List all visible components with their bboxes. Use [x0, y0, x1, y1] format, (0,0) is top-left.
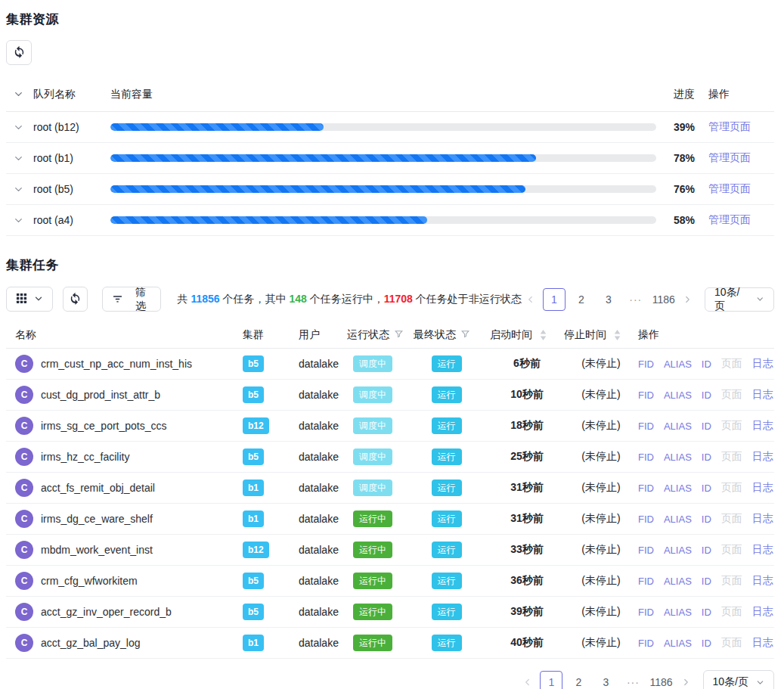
alias-link[interactable]: ALIAS [664, 483, 692, 494]
log-link[interactable]: 日志 [752, 636, 773, 650]
manage-page-link[interactable]: 管理页面 [708, 120, 751, 132]
fid-link[interactable]: FID [638, 545, 654, 556]
next-page-icon[interactable] [676, 672, 696, 689]
final-status-badge: 运行 [432, 604, 462, 620]
prev-page-icon[interactable] [522, 289, 541, 310]
avatar: C [15, 417, 33, 435]
cluster-badge: b1 [243, 511, 264, 527]
log-link[interactable]: 日志 [752, 419, 773, 433]
id-link[interactable]: ID [702, 514, 711, 525]
cluster-resources-title: 集群资源 [6, 11, 774, 28]
filter-funnel-icon[interactable] [394, 329, 404, 341]
column-action: 操作 [708, 88, 774, 101]
task-name: irms_dg_ce_ware_shelf [41, 513, 153, 525]
alias-link[interactable]: ALIAS [664, 607, 692, 618]
task-row: C acct_gz_inv_oper_record_b b5 datalake … [6, 597, 774, 628]
column-stop-time: 停止时间 [564, 328, 606, 342]
cluster-badge: b5 [243, 573, 264, 589]
id-link[interactable]: ID [702, 452, 711, 463]
log-link[interactable]: 日志 [752, 481, 773, 495]
id-link[interactable]: ID [702, 483, 711, 494]
page-number[interactable]: 2 [567, 671, 590, 689]
user-name: datalake [299, 606, 347, 618]
task-row: C acct_gz_bal_pay_log b1 datalake 运行中 运行… [6, 628, 774, 659]
page-size-select[interactable]: 10条/页 [703, 670, 774, 689]
fid-link[interactable]: FID [638, 576, 654, 587]
fid-link[interactable]: FID [638, 452, 654, 463]
resources-refresh-button[interactable] [6, 40, 32, 65]
id-link[interactable]: ID [702, 638, 711, 649]
page-link: 页面 [721, 574, 742, 588]
manage-page-link[interactable]: 管理页面 [708, 182, 751, 194]
id-link[interactable]: ID [702, 545, 711, 556]
page-number[interactable]: 1186 [652, 288, 676, 311]
next-page-icon[interactable] [678, 289, 697, 310]
view-mode-dropdown-button[interactable] [6, 287, 53, 312]
fid-link[interactable]: FID [638, 514, 654, 525]
queue-expand-chevron-icon[interactable] [6, 185, 33, 194]
task-name: crm_cust_np_acc_num_inst_his [41, 358, 192, 370]
page-number[interactable]: 2 [570, 288, 593, 311]
final-status-badge: 运行 [432, 511, 462, 527]
page-number[interactable]: 1186 [649, 671, 673, 689]
page-number[interactable]: 3 [594, 671, 617, 689]
id-link[interactable]: ID [702, 421, 711, 432]
page-size-select[interactable]: 10条/页 [705, 287, 774, 312]
page-number[interactable]: ··· [621, 671, 644, 689]
stop-time: (未停止) [564, 574, 638, 588]
log-link[interactable]: 日志 [752, 512, 773, 526]
start-time: 25秒前 [490, 450, 564, 464]
filter-button-label: 筛选 [130, 286, 150, 313]
sort-icon[interactable] [614, 330, 621, 340]
column-progress: 进度 [674, 88, 708, 101]
id-link[interactable]: ID [702, 576, 711, 587]
manage-page-link[interactable]: 管理页面 [708, 213, 751, 225]
queue-expand-chevron-icon[interactable] [6, 216, 33, 225]
alias-link[interactable]: ALIAS [664, 452, 692, 463]
progress-track [110, 154, 656, 162]
cluster-badge: b1 [243, 480, 264, 496]
id-link[interactable]: ID [702, 390, 711, 401]
avatar: C [15, 541, 33, 559]
log-link[interactable]: 日志 [752, 543, 773, 557]
filter-funnel-icon[interactable] [460, 329, 470, 341]
final-status-badge: 运行 [432, 386, 462, 403]
page-link: 页面 [721, 543, 742, 557]
manage-page-link[interactable]: 管理页面 [708, 151, 751, 163]
refresh-icon [13, 45, 26, 61]
fid-link[interactable]: FID [638, 638, 654, 649]
id-link[interactable]: ID [702, 358, 711, 370]
queue-expand-chevron-icon[interactable] [6, 123, 33, 132]
fid-link[interactable]: FID [638, 390, 654, 401]
alias-link[interactable]: ALIAS [664, 576, 692, 587]
fid-link[interactable]: FID [638, 483, 654, 494]
alias-link[interactable]: ALIAS [664, 358, 692, 370]
page-number[interactable]: 1 [543, 288, 566, 311]
id-link[interactable]: ID [702, 607, 711, 618]
collapse-all-chevron-icon[interactable] [6, 89, 33, 99]
page-number[interactable]: 3 [597, 288, 620, 311]
tasks-refresh-button[interactable] [63, 287, 88, 312]
log-link[interactable]: 日志 [752, 388, 773, 402]
log-link[interactable]: 日志 [752, 574, 773, 588]
fid-link[interactable]: FID [638, 421, 654, 432]
alias-link[interactable]: ALIAS [664, 638, 692, 649]
log-link[interactable]: 日志 [752, 450, 773, 464]
sort-icon[interactable] [540, 330, 547, 340]
alias-link[interactable]: ALIAS [664, 545, 692, 556]
page-number[interactable]: ··· [624, 288, 647, 311]
log-link[interactable]: 日志 [752, 357, 773, 371]
alias-link[interactable]: ALIAS [664, 390, 692, 401]
alias-link[interactable]: ALIAS [664, 514, 692, 525]
task-stats-text: 共 11856 个任务，其中 148 个任务运行中，11708 个任务处于非运行… [178, 293, 522, 306]
filter-button[interactable]: 筛选 [102, 287, 160, 312]
page-number[interactable]: 1 [540, 671, 562, 689]
fid-link[interactable]: FID [638, 607, 654, 618]
prev-page-icon[interactable] [518, 672, 538, 689]
fid-link[interactable]: FID [638, 358, 654, 370]
log-link[interactable]: 日志 [752, 605, 773, 619]
task-row: C cust_dg_prod_inst_attr_b b5 datalake 调… [6, 380, 774, 411]
avatar: C [15, 448, 33, 466]
alias-link[interactable]: ALIAS [664, 421, 692, 432]
queue-expand-chevron-icon[interactable] [6, 154, 33, 163]
